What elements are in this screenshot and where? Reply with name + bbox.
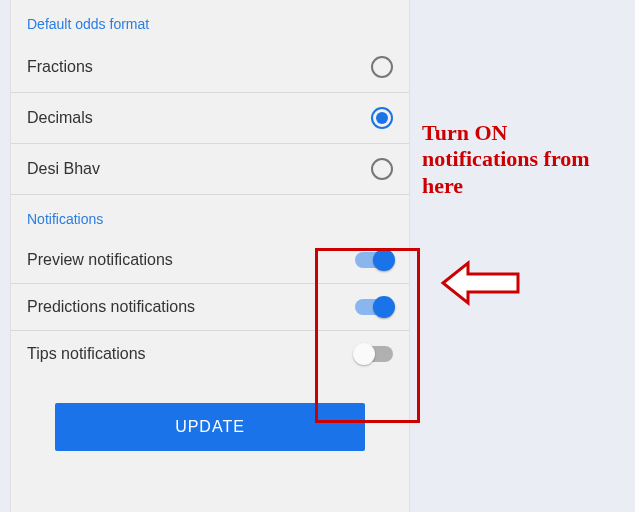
odds-option-label: Fractions (27, 58, 93, 76)
notif-label: Preview notifications (27, 251, 173, 269)
annotation-text: Turn ON notifications from here (422, 120, 622, 199)
arrow-left-icon (440, 258, 520, 308)
update-button[interactable]: UPDATE (55, 403, 365, 451)
notif-predictions-row: Predictions notifications (11, 284, 409, 331)
odds-option-label: Decimals (27, 109, 93, 127)
notifications-title: Notifications (11, 195, 409, 237)
odds-option-desi-bhav[interactable]: Desi Bhav (11, 144, 409, 195)
toggle-switch[interactable] (355, 346, 393, 362)
notif-label: Predictions notifications (27, 298, 195, 316)
radio-icon[interactable] (371, 107, 393, 129)
toggle-switch[interactable] (355, 252, 393, 268)
toggle-knob-icon (373, 249, 395, 271)
notif-preview-row: Preview notifications (11, 237, 409, 284)
odds-format-title: Default odds format (11, 0, 409, 42)
odds-option-label: Desi Bhav (27, 160, 100, 178)
toggle-knob-icon (353, 343, 375, 365)
radio-icon[interactable] (371, 158, 393, 180)
odds-option-decimals[interactable]: Decimals (11, 93, 409, 144)
radio-icon[interactable] (371, 56, 393, 78)
settings-panel: Default odds format Fractions Decimals D… (10, 0, 410, 512)
notif-label: Tips notifications (27, 345, 146, 363)
toggle-knob-icon (373, 296, 395, 318)
odds-option-fractions[interactable]: Fractions (11, 42, 409, 93)
toggle-switch[interactable] (355, 299, 393, 315)
notif-tips-row: Tips notifications (11, 331, 409, 377)
